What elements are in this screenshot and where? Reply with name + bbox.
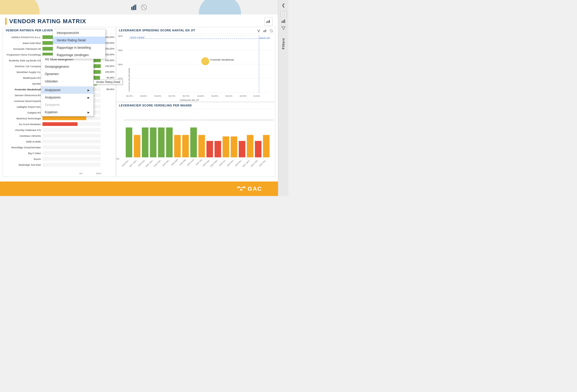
tooltip: Vendor Rating Detail: [94, 80, 123, 85]
monthly-bar-content: 0%: [116, 109, 275, 175]
svg-rect-11: [266, 22, 267, 23]
context-menu-uitsluiten[interactable]: Uitsluiten: [41, 78, 93, 85]
svg-point-33: [201, 57, 209, 65]
svg-marker-7: [282, 12, 285, 16]
sub-menu-vendor-rating-detail[interactable]: Vendor Rating Detail: [53, 37, 105, 44]
scatter-panel-icons: [256, 28, 274, 33]
sub-menu-inkoopoverzicht[interactable]: Inkoopoverzicht: [53, 29, 105, 37]
title-chart-btn[interactable]: [264, 17, 273, 26]
gac-logo: GAC: [237, 184, 262, 193]
scatter-cancel-icon[interactable]: [269, 28, 274, 33]
gac-wings-icon: [237, 184, 246, 193]
context-menu-kopieren[interactable]: Kopiëren ▶: [41, 109, 93, 116]
sub-menu-rapportage-bestelling[interactable]: Rapportage in bestelling: [53, 44, 105, 51]
svg-rect-57: [198, 135, 205, 157]
vendor-list-item: BestHout Technologie: [4, 115, 114, 121]
svg-rect-48: [126, 127, 132, 157]
vendor-list-item: Aranteaux Aliments: [4, 133, 114, 139]
context-menu-opnemen[interactable]: Opnemen: [41, 70, 93, 78]
page-title: VENDOR RATING MATRIX: [5, 18, 86, 25]
x-axis-0: 0%: [79, 172, 83, 175]
bottom-footer: GAC: [0, 182, 278, 196]
svg-text:2017 Janu...: 2017 Janu...: [129, 158, 138, 168]
submenu-arrow-2: ▶: [88, 96, 90, 99]
svg-text:2020 July: 2020 July: [195, 158, 203, 166]
y-axis-label: Leverscore obv juist aantal: [128, 68, 130, 92]
context-menu-sep-1: [41, 86, 93, 86]
context-menu: Als tabel weergeven Groepsgegevens Opnem…: [41, 55, 94, 116]
svg-text:Norm JIT: Norm JIT: [259, 36, 270, 39]
svg-text:2021 Dec...: 2021 Dec...: [258, 158, 267, 167]
vendor-list-item: De Groot Meubelen: [4, 121, 114, 127]
svg-text:Norm Aantal: Norm Aantal: [130, 36, 144, 39]
svg-rect-53: [166, 127, 173, 157]
context-menu-groepsgegevens[interactable]: Groepsgegevens: [41, 63, 93, 70]
svg-rect-1: [133, 6, 134, 9]
svg-text:2020 April: 2020 April: [171, 158, 179, 166]
svg-text:2020 Nov...: 2020 Nov...: [226, 158, 235, 167]
submenu-arrow-1: ▶: [88, 89, 90, 92]
vendor-list-item: Big 5 Video: [4, 150, 114, 156]
svg-rect-51: [150, 127, 157, 157]
svg-text:2020 Janu...: 2020 Janu...: [145, 158, 154, 168]
svg-text:89,55%: 89,55%: [126, 95, 133, 97]
svg-rect-0: [131, 7, 132, 9]
context-menu-groeperen: Groeperen: [41, 101, 93, 109]
svg-text:2020 Oct...: 2020 Oct...: [218, 158, 227, 167]
svg-rect-13: [269, 20, 270, 23]
monthly-bar-chart-title: LEVERANCIER SCORE VERDELING PER MAAND: [116, 102, 275, 109]
svg-rect-50: [142, 127, 148, 157]
sidebar-collapse-arrow[interactable]: ❮: [282, 3, 285, 8]
svg-text:89%: 89%: [118, 49, 123, 52]
svg-text:2020 June: 2020 June: [186, 158, 195, 166]
monthly-bar-chart-panel: LEVERANCIER SCORE VERDELING PER MAAND 0%: [116, 102, 275, 177]
vendor-list-item: Belle et Belle: [4, 139, 114, 144]
scatter-down-arrow-icon[interactable]: [256, 28, 261, 33]
context-menu-analyseren-1[interactable]: Analyseren ▶: [41, 86, 93, 94]
svg-rect-64: [255, 141, 262, 157]
svg-rect-17: [266, 30, 266, 32]
top-cancel-icon[interactable]: [140, 4, 148, 11]
svg-text:89,85%: 89,85%: [211, 95, 218, 97]
svg-text:Postorder Meubelmail: Postorder Meubelmail: [210, 58, 234, 61]
svg-text:2021 Febr...: 2021 Febr...: [250, 158, 259, 167]
svg-text:Leverscore obv JIT: Leverscore obv JIT: [180, 99, 199, 101]
submenu-arrow-3: ▶: [88, 111, 90, 114]
svg-rect-52: [158, 127, 165, 157]
svg-rect-16: [265, 30, 265, 32]
sidebar-chart-icon[interactable]: [281, 19, 286, 24]
svg-text:0%: 0%: [116, 158, 119, 160]
top-bar: [0, 0, 278, 14]
scatter-chart-title: LEVERANCIER SPREIDING SCORE AANTAL EN JI…: [116, 27, 275, 34]
sidebar-bookmark-btn[interactable]: [281, 11, 286, 17]
svg-text:89,65%: 89,65%: [154, 95, 161, 97]
svg-text:2020 May: 2020 May: [179, 158, 186, 166]
vendor-list-item: Ahornby Hvidevare A/S: [4, 127, 114, 133]
scatter-bar-icon[interactable]: [262, 28, 268, 33]
svg-text:88%: 88%: [118, 63, 123, 66]
svg-rect-56: [190, 127, 197, 157]
svg-rect-8: [282, 21, 282, 23]
sidebar-filter-icon[interactable]: [281, 26, 286, 31]
svg-text:89,80%: 89,80%: [197, 95, 204, 97]
svg-text:2020 Sept...: 2020 Sept...: [210, 158, 219, 167]
top-bar-chart-icon[interactable]: [130, 4, 138, 11]
svg-text:2020 Mar...: 2020 Mar...: [162, 158, 170, 167]
svg-text:89,70%: 89,70%: [169, 95, 175, 97]
sub-menu-rapportage-zendingen[interactable]: Rapportage zendingen: [53, 51, 105, 59]
svg-text:2020 Febr...: 2020 Febr...: [153, 158, 162, 167]
svg-rect-59: [214, 141, 221, 157]
svg-rect-10: [284, 19, 285, 23]
filters-label[interactable]: Filters: [282, 38, 285, 49]
scatter-content: Leverscore obv juist aantal Norm Aantal …: [116, 34, 275, 100]
right-sidebar: ❮ Filters: [278, 0, 288, 196]
svg-rect-61: [231, 136, 237, 157]
scatter-svg: Norm Aantal Norm JIT 90% 89% 88% 87% Pos…: [128, 36, 271, 92]
context-menu-analyseren-2[interactable]: Analyseren ▶: [41, 94, 93, 101]
page-title-area: VENDOR RATING MATRIX: [0, 14, 278, 27]
svg-text:89,95%: 89,95%: [240, 95, 247, 97]
svg-rect-55: [182, 135, 189, 157]
monthly-bar-svg: 0%: [124, 110, 274, 169]
svg-rect-65: [263, 135, 270, 157]
svg-rect-2: [134, 5, 136, 9]
